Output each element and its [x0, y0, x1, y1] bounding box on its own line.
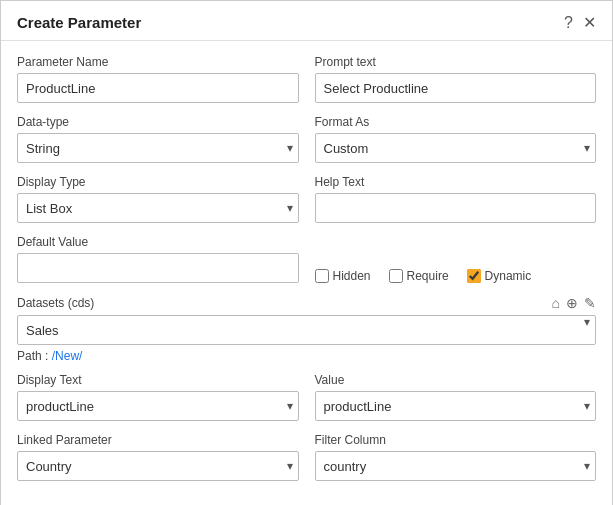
hidden-checkbox[interactable] [315, 269, 329, 283]
default-value-input[interactable] [17, 253, 299, 283]
parameter-name-label: Parameter Name [17, 55, 299, 69]
default-value-group: Default Value [17, 235, 299, 283]
display-text-label: Display Text [17, 373, 299, 387]
dialog-header: Create Parameter ? ✕ [1, 1, 612, 41]
path-label: Path : [17, 349, 48, 363]
dialog-body: Parameter Name Prompt text Data-type Str… [1, 41, 612, 505]
filter-column-select[interactable]: country [315, 451, 597, 481]
close-icon[interactable]: ✕ [583, 13, 596, 32]
format-as-select[interactable]: Custom Default [315, 133, 597, 163]
parameter-name-input[interactable] [17, 73, 299, 103]
datasets-label-row: Datasets (cds) ⌂ ⊕ ✎ [17, 295, 596, 311]
checkboxes-row: Hidden Require Dynamic [315, 269, 597, 283]
data-type-group: Data-type String Integer Float Boolean D… [17, 115, 299, 163]
help-text-input[interactable] [315, 193, 597, 223]
data-type-select[interactable]: String Integer Float Boolean Date [17, 133, 299, 163]
linked-parameter-select[interactable]: Country [17, 451, 299, 481]
path-value: /New/ [52, 349, 83, 363]
home-icon[interactable]: ⌂ [552, 295, 560, 311]
dialog-title: Create Parameter [17, 14, 141, 31]
help-icon[interactable]: ? [564, 14, 573, 32]
datasets-select-row: Sales ▾ [17, 315, 596, 345]
path-text: Path : /New/ [17, 349, 596, 363]
header-icons: ? ✕ [564, 13, 596, 32]
dynamic-checkbox-item[interactable]: Dynamic [467, 269, 532, 283]
add-circle-icon[interactable]: ⊕ [566, 295, 578, 311]
display-text-group: Display Text productLine ▾ [17, 373, 299, 421]
hidden-checkbox-item[interactable]: Hidden [315, 269, 371, 283]
format-as-select-wrapper: Custom Default ▾ [315, 133, 597, 163]
filter-column-label: Filter Column [315, 433, 597, 447]
row-1: Parameter Name Prompt text [17, 55, 596, 103]
hidden-label: Hidden [333, 269, 371, 283]
require-label: Require [407, 269, 449, 283]
checkboxes-group: Hidden Require Dynamic [315, 235, 597, 283]
row-4: Default Value Hidden Require Dynamic [17, 235, 596, 283]
value-select-wrapper: productLine ▾ [315, 391, 597, 421]
datasets-section: Datasets (cds) ⌂ ⊕ ✎ Sales ▾ Path : /New… [17, 295, 596, 363]
row-2: Data-type String Integer Float Boolean D… [17, 115, 596, 163]
value-select[interactable]: productLine [315, 391, 597, 421]
data-type-label: Data-type [17, 115, 299, 129]
display-type-select[interactable]: List Box Dropdown Text Box [17, 193, 299, 223]
require-checkbox[interactable] [389, 269, 403, 283]
default-value-label: Default Value [17, 235, 299, 249]
datasets-select[interactable]: Sales [17, 315, 596, 345]
data-type-select-wrapper: String Integer Float Boolean Date ▾ [17, 133, 299, 163]
dynamic-checkbox[interactable] [467, 269, 481, 283]
format-as-group: Format As Custom Default ▾ [315, 115, 597, 163]
require-checkbox-item[interactable]: Require [389, 269, 449, 283]
value-group: Value productLine ▾ [315, 373, 597, 421]
row-5: Display Text productLine ▾ Value product… [17, 373, 596, 421]
datasets-label: Datasets (cds) [17, 296, 94, 310]
display-text-select-wrapper: productLine ▾ [17, 391, 299, 421]
edit-icon[interactable]: ✎ [584, 295, 596, 311]
row-6: Linked Parameter Country ▾ Filter Column… [17, 433, 596, 481]
display-type-select-wrapper: List Box Dropdown Text Box ▾ [17, 193, 299, 223]
dynamic-label: Dynamic [485, 269, 532, 283]
display-type-label: Display Type [17, 175, 299, 189]
datasets-icons: ⌂ ⊕ ✎ [552, 295, 596, 311]
datasets-select-wrapper: Sales ▾ [17, 315, 596, 345]
format-as-label: Format As [315, 115, 597, 129]
prompt-text-input[interactable] [315, 73, 597, 103]
row-3: Display Type List Box Dropdown Text Box … [17, 175, 596, 223]
prompt-text-label: Prompt text [315, 55, 597, 69]
parameter-name-group: Parameter Name [17, 55, 299, 103]
linked-parameter-label: Linked Parameter [17, 433, 299, 447]
help-text-group: Help Text [315, 175, 597, 223]
filter-column-group: Filter Column country ▾ [315, 433, 597, 481]
filter-column-select-wrapper: country ▾ [315, 451, 597, 481]
linked-parameter-select-wrapper: Country ▾ [17, 451, 299, 481]
linked-parameter-group: Linked Parameter Country ▾ [17, 433, 299, 481]
create-parameter-dialog: Create Parameter ? ✕ Parameter Name Prom… [0, 0, 613, 505]
display-text-select[interactable]: productLine [17, 391, 299, 421]
display-type-group: Display Type List Box Dropdown Text Box … [17, 175, 299, 223]
prompt-text-group: Prompt text [315, 55, 597, 103]
help-text-label: Help Text [315, 175, 597, 189]
value-label: Value [315, 373, 597, 387]
